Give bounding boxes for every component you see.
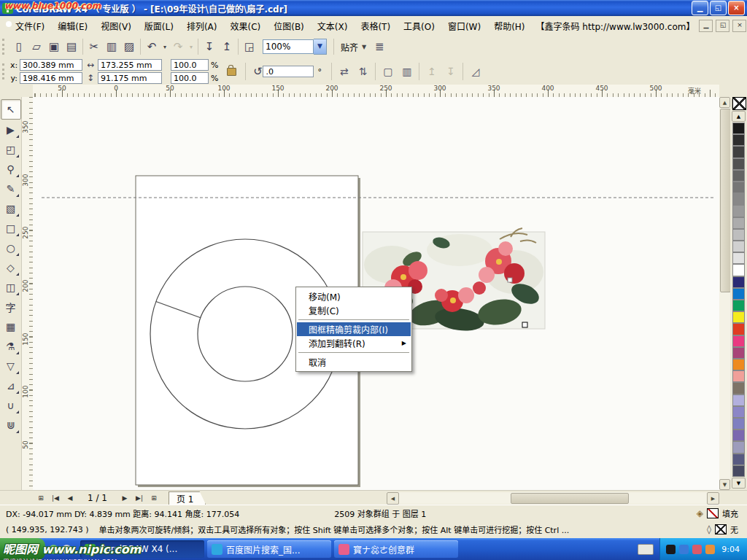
color-swatch[interactable] [732,229,745,241]
propbar-drag-handle[interactable] [2,63,7,79]
document-minimize-button[interactable]: ▁ [699,20,713,32]
selection-handle[interactable] [508,278,512,282]
palette-scroll-down-button[interactable]: ▼ [732,478,746,489]
menu-item[interactable]: 效果(C) [223,16,267,36]
taskbar-window-button[interactable]: CorelDRAW X4 (... [80,540,204,558]
save-button[interactable]: ▣ [45,38,63,55]
text-tool[interactable]: 字 [1,298,20,316]
basic-shapes-tool[interactable]: ◫ [1,278,20,297]
color-swatch[interactable] [732,182,745,193]
menu-item[interactable]: 视图(V) [94,16,138,36]
fill-color-swatch[interactable] [707,508,719,518]
context-menu-item[interactable]: 移动(M) [297,289,411,303]
mirror-horizontal-button[interactable]: ⇄ [335,63,354,80]
color-swatch[interactable] [732,370,745,382]
color-swatch[interactable] [732,300,745,311]
context-menu-item[interactable] [298,352,409,353]
menu-item[interactable]: 文件(F) [9,16,51,36]
color-swatch[interactable] [732,276,745,288]
scroll-left-button[interactable]: ◀ [387,492,399,505]
crop-tool[interactable]: ◰ [1,140,20,159]
paste-button[interactable]: ▨ [120,38,138,55]
ruler-origin-corner[interactable] [0,85,33,98]
menu-item[interactable]: 版面(L) [138,16,180,36]
application-launcher-button[interactable]: ◲ [241,38,258,55]
scroll-up-button[interactable]: ▲ [719,97,730,108]
scale-x-input[interactable] [171,59,209,71]
zoom-level-input[interactable] [263,39,314,54]
selection-handle[interactable] [522,322,527,327]
quick-launch-icon[interactable] [49,545,58,554]
context-menu-item[interactable]: 取消 [297,355,411,369]
snap-dropdown-caret[interactable]: ▼ [362,44,366,50]
color-swatch[interactable] [732,134,745,146]
color-swatch[interactable] [732,158,745,170]
outline-pen-tool[interactable]: ⊿ [1,376,20,395]
rectangle-tool[interactable]: □ [1,219,20,238]
menu-item[interactable]: 位图(B) [267,16,311,36]
to-back-button[interactable]: ↧ [441,63,460,80]
color-swatch[interactable] [732,122,745,134]
y-position-input[interactable] [20,72,82,84]
messenger-tray-icon[interactable] [679,545,689,554]
color-swatch[interactable] [732,288,745,300]
taskbar-window-button[interactable]: 百度图片搜索_国... [207,540,331,558]
no-color-swatch[interactable] [732,97,746,110]
object-width-input[interactable] [98,59,162,71]
add-page-button[interactable]: ⊞ [147,492,161,504]
new-document-button[interactable]: ▯ [10,38,28,55]
undo-button[interactable]: ↶ [143,38,160,55]
open-button[interactable]: ▱ [28,38,45,55]
toolbar-separator[interactable] [138,38,143,55]
vertical-scrollbar[interactable]: ▲ ▼ [719,97,730,490]
toolbar-drag-handle[interactable] [2,39,7,55]
menu-item[interactable]: 排列(A) [180,16,224,36]
horizontal-scrollbar[interactable]: ◀ ▶ [387,492,719,504]
ungroup-all-button[interactable]: ▥ [398,63,417,80]
color-swatch[interactable] [732,241,745,252]
color-swatch[interactable] [732,170,745,182]
color-swatch[interactable] [732,406,745,418]
polygon-tool[interactable]: ◇ [1,258,20,277]
color-swatch[interactable] [732,335,745,347]
redo-button[interactable]: ↷ [169,38,187,55]
context-menu-item[interactable]: 添加到翻转(R) ▶ [297,336,411,350]
toolbar-separator[interactable] [236,38,241,55]
vertical-scroll-thumb[interactable] [720,109,731,292]
fill-tool[interactable]: ∪ [1,396,20,415]
snap-to-button[interactable]: 贴齐 ▼ [336,39,371,55]
context-menu-item[interactable]: 图框精确剪裁内部(I) [297,322,411,336]
freehand-tool[interactable]: ✎ [1,179,20,198]
copy-button[interactable]: ▥ [103,38,120,55]
context-menu-item[interactable]: 复制(C) [297,303,411,317]
last-page-button[interactable]: ▶| [132,492,147,504]
inner-circle[interactable] [198,287,293,381]
pick-tool[interactable]: ↖ [1,99,21,120]
context-menu-item[interactable] [298,319,409,320]
ellipse-tool[interactable]: ○ [1,238,20,257]
vertical-ruler[interactable]: 35030025020015010050 [22,97,34,490]
color-swatch[interactable] [732,359,745,370]
scale-y-input[interactable] [171,72,209,84]
menu-item[interactable]: 文本(X) [311,16,355,36]
color-swatch[interactable] [732,347,745,359]
toolbar-separator[interactable] [80,38,85,55]
menu-item[interactable]: 窗口(W) [441,16,487,36]
x-position-input[interactable] [20,59,82,71]
import-button[interactable]: ↧ [201,38,218,55]
document-restore-button[interactable]: ◱ [716,20,729,32]
restore-button[interactable]: ◱ [710,1,727,15]
object-height-input[interactable] [98,72,162,84]
mirror-vertical-button[interactable]: ⇅ [354,63,373,80]
color-swatch[interactable] [732,217,745,229]
document-close-button[interactable]: × [732,20,746,32]
color-swatch[interactable] [732,146,745,158]
outline-color-swatch[interactable] [715,524,727,534]
color-swatch[interactable] [732,193,745,205]
to-front-button[interactable]: ↥ [422,63,441,80]
color-swatch[interactable] [732,311,745,323]
zoom-dropdown-button[interactable]: ▼ [314,39,327,55]
table-tool[interactable]: ▦ [1,317,20,336]
toolbar-separator[interactable] [196,38,201,55]
interactive-fill-tool[interactable]: ⋓ [1,416,20,435]
